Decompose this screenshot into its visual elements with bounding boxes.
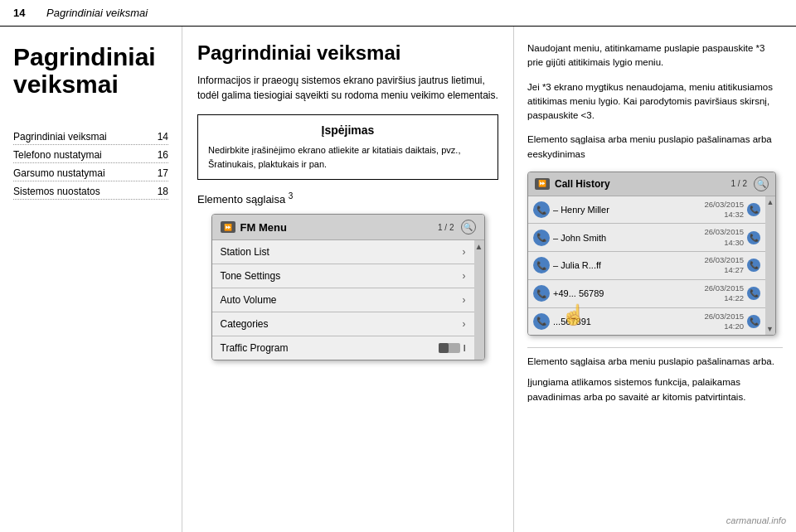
call-scroll-down-icon[interactable]: ▼ [766,325,774,333]
call-date: 26/03/201514:30 [704,227,744,248]
mid-column: Pagrindiniai veiksmai Informacijos ir pr… [182,27,514,532]
call-date: 26/03/201514:32 [704,200,744,220]
toc-item: Pagrindiniai veiksmai14 [13,131,168,145]
call-name: – Henry Miller [553,205,701,215]
toc-item-label: Telefono nustatymai [13,149,102,161]
fm-search-icon[interactable]: 🔍 [461,220,476,235]
call-icon: 📞 [533,230,550,246]
mid-section-subtitle: Elemento sąglaisa 3 [197,191,498,206]
call-phone-icon[interactable]: 📞 [747,287,760,300]
call-scroll-up-icon[interactable]: ▲ [767,198,774,206]
call-icon: 📞 [533,257,550,273]
finger-gesture-icon: ☝ [561,303,586,326]
toc-item: Telefono nustatymai16 [13,149,168,163]
toc-item-label: Garsumo nustatymai [13,167,105,179]
fm-menu-row[interactable]: Traffic ProgramI [212,336,474,360]
right-bottom-text2: Įjungiama atlikamos sistemos funkcija, p… [527,375,783,404]
fm-menu-row-label: Auto Volume [221,294,277,306]
fm-menu-row[interactable]: Station List› [212,240,474,264]
fm-row-arrow-icon: › [463,318,466,330]
call-history-title: Call History [555,178,610,190]
warning-title: Įspėjimas [208,123,488,137]
toc-item-page: 18 [158,186,168,197]
main-content: Pagrindiniai veiksmai Pagrindiniai veiks… [0,27,796,532]
call-history-row[interactable]: 📞 – Henry Miller 26/03/201514:32 📞 [528,196,765,225]
fm-scrollbar[interactable]: ▲ [474,240,484,360]
call-history-mockup: ⏩ Call History 1 / 2 🔍 📞 – Henry Miller … [527,172,776,336]
call-phone-icon[interactable]: 📞 [747,203,760,216]
divider [527,347,783,348]
call-phone-icon[interactable]: 📞 [747,259,760,272]
call-history-pagination: 1 / 2 [731,179,747,188]
toc-item: Garsumo nustatymai17 [13,167,168,181]
page-header: 14 Pagrindiniai veiksmai [0,0,796,27]
watermark: carmanual.info [726,515,786,525]
fm-row-arrow-icon: › [463,246,466,258]
fm-menu-mockup: ⏩ FM Menu 1 / 2 🔍 Station List›Tone Sett… [211,214,485,360]
fm-scroll-up-icon[interactable]: ▲ [475,242,483,251]
mid-column-title: Pagrindiniai veiksmai [197,41,498,65]
mid-intro-text: Informacijos ir praeogų sistemos ekrano … [197,73,498,103]
call-phone-icon[interactable]: 📞 [747,231,760,244]
left-column: Pagrindiniai veiksmai Pagrindiniai veiks… [0,27,182,532]
warning-box: Įspėjimas Nedirbkite įrašinėjimo ekrano … [197,114,498,180]
call-name: – John Smith [553,233,701,243]
fm-row-arrow-icon: › [463,294,466,306]
call-icon: 📞 [533,313,550,330]
fm-menu-header: ⏩ FM Menu 1 / 2 🔍 [212,215,484,240]
fm-menu-body: Station List›Tone Settings›Auto Volume›C… [212,240,484,360]
right-extra-text: Elemento sąglaisa arba meniu puslapio pa… [527,133,783,162]
call-name: – Julia R...ff [553,260,701,270]
fm-menu-title: FM Menu [240,221,287,234]
toc-item-label: Sistemos nuostatos [13,186,100,197]
call-phone-icon[interactable]: 📞 [747,315,760,328]
right-bottom-text1: Elemento sąglaisa arba meniu puslapio pa… [527,355,783,369]
fm-menu-icon: ⏩ [221,221,235,233]
call-date: 26/03/201514:20 [704,312,744,332]
toc-list: Pagrindiniai veiksmai14Telefono nustatym… [13,131,168,200]
call-history-icon: ⏩ [535,178,550,190]
right-top-text: Naudojant meniu, atitinkamame puslapie p… [527,41,783,70]
fm-menu-row-label: Station List [221,246,269,258]
fm-menu-row-label: Traffic Program [221,342,289,354]
fm-menu-row[interactable]: Auto Volume› [212,288,474,312]
fm-menu-items: Station List›Tone Settings›Auto Volume›C… [212,240,474,360]
call-history-header: ⏩ Call History 1 / 2 🔍 [528,172,775,196]
call-search-icon[interactable]: 🔍 [754,177,769,191]
fm-row-toggle[interactable]: I [439,343,466,353]
fm-menu-pagination: 1 / 2 [438,223,454,232]
call-scrollbar[interactable]: ▲ [765,196,775,335]
fm-menu-row-label: Categories [221,318,269,330]
toc-item-page: 17 [158,167,168,179]
left-column-title: Pagrindiniai veiksmai [13,43,168,98]
call-icon: 📞 [533,201,550,218]
right-middle-text: Jei *3 ekrano mygtikus nenaudojama, meni… [527,80,783,123]
fm-menu-row[interactable]: Tone Settings› [212,264,474,288]
toc-item: Sistemos nuostatos18 [13,186,168,200]
fm-menu-row-label: Tone Settings [221,270,281,282]
right-column: Naudojant meniu, atitinkamame puslapie p… [514,27,796,532]
call-history-row[interactable]: 📞 – Julia R...ff 26/03/201514:27 📞 [528,252,765,280]
toc-item-page: 14 [158,131,168,143]
call-date: 26/03/201514:27 [704,255,744,276]
call-name: +49... 56789 [553,288,701,298]
call-icon: 📞 [533,285,550,302]
fm-menu-row[interactable]: Categories› [212,312,474,336]
fm-row-arrow-icon: › [463,270,466,282]
footnote-symbol: 3 [289,191,294,201]
page-number: 14 [13,7,33,19]
call-date: 26/03/201514:22 [704,283,744,304]
toc-item-label: Pagrindiniai veiksmai [13,131,107,143]
warning-text: Nedirbkite įrašinėjimo ekrano atliekite … [208,143,488,171]
header-title: Pagrindiniai veiksmai [46,7,148,19]
toc-item-page: 16 [158,149,168,161]
call-history-row[interactable]: 📞 – John Smith 26/03/201514:30 📞 [528,224,765,252]
